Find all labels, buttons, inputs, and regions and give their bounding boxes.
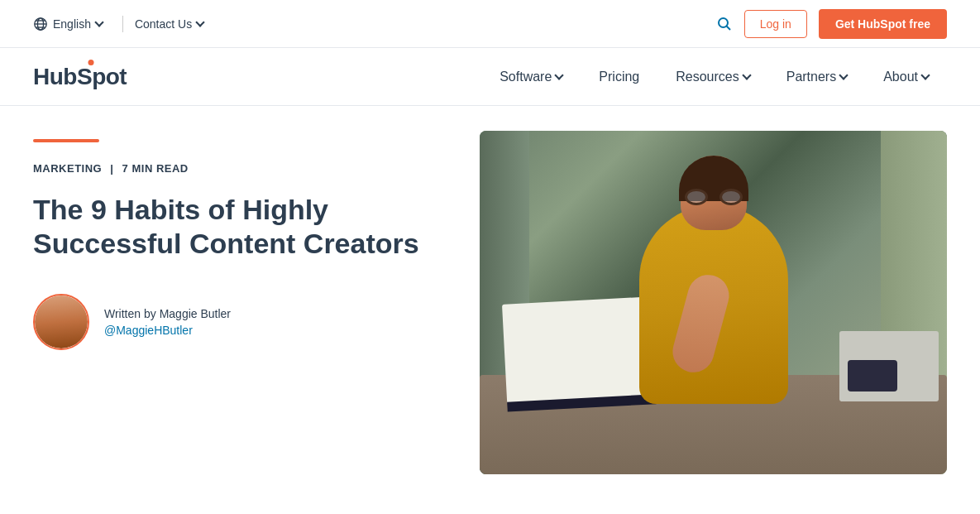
about-chevron-icon (920, 70, 930, 79)
author-avatar (33, 294, 89, 350)
nav-items: Software Pricing Resources Partners Abou… (481, 48, 947, 106)
article-title: The 9 Habits of Highly Successful Conten… (33, 193, 430, 261)
person-glasses (685, 189, 743, 205)
login-button[interactable]: Log in (744, 10, 807, 38)
author-info: Written by Maggie Butler @MaggieHButler (104, 307, 231, 337)
article-meta: MARKETING | 7 MIN READ (33, 162, 430, 175)
person-head (681, 156, 747, 230)
top-bar-left: English Contact Us (33, 16, 203, 32)
svg-line-6 (726, 26, 730, 30)
article-category: MARKETING (33, 162, 102, 175)
top-bar-divider (122, 16, 123, 32)
contact-label: Contact Us (135, 17, 192, 31)
nav-item-about[interactable]: About (865, 48, 947, 106)
article-read-time: 7 MIN READ (122, 162, 189, 175)
content-area: MARKETING | 7 MIN READ The 9 Habits of H… (0, 106, 980, 507)
partners-chevron-icon (839, 70, 849, 79)
nav-item-pricing[interactable]: Pricing (581, 48, 657, 106)
nav-item-resources[interactable]: Resources (657, 48, 767, 106)
svg-point-5 (719, 18, 728, 27)
nav-item-partners[interactable]: Partners (768, 48, 865, 106)
language-label: English (53, 17, 91, 31)
top-bar-right: Log in Get HubSpot free (716, 9, 947, 39)
contact-us-button[interactable]: Contact Us (135, 17, 203, 31)
author-row: Written by Maggie Butler @MaggieHButler (33, 294, 430, 350)
red-underline-decoration (33, 139, 99, 142)
nav-item-software[interactable]: Software (481, 48, 581, 106)
contact-chevron-icon (196, 17, 205, 26)
phone-object (848, 360, 897, 392)
author-handle-link[interactable]: @MaggieHButler (104, 324, 231, 337)
globe-icon (33, 17, 48, 31)
resources-chevron-icon (742, 70, 751, 79)
search-icon (716, 16, 733, 32)
hero-image (480, 131, 947, 474)
get-hubspot-button[interactable]: Get HubSpot free (819, 9, 947, 39)
author-name: Maggie Butler (160, 307, 231, 320)
glass-left (685, 189, 708, 205)
article-left: MARKETING | 7 MIN READ The 9 Habits of H… (33, 131, 430, 474)
author-avatar-image (35, 295, 88, 348)
hubspot-logo[interactable]: HubSpot (33, 64, 127, 90)
meta-separator: | (110, 162, 117, 175)
search-button[interactable] (716, 16, 733, 32)
software-chevron-icon (555, 70, 564, 79)
notebook-object (502, 296, 656, 403)
language-selector[interactable]: English (33, 17, 111, 31)
top-bar: English Contact Us Log in Get HubSpot fr… (0, 0, 980, 48)
logo-text: HubSpot (33, 64, 127, 90)
glass-right (719, 189, 743, 205)
main-nav: HubSpot Software Pricing Resources Partn… (0, 48, 980, 106)
hero-image-placeholder (480, 131, 947, 474)
language-chevron-icon (94, 17, 103, 26)
written-by-label: Written by Maggie Butler (104, 307, 231, 320)
